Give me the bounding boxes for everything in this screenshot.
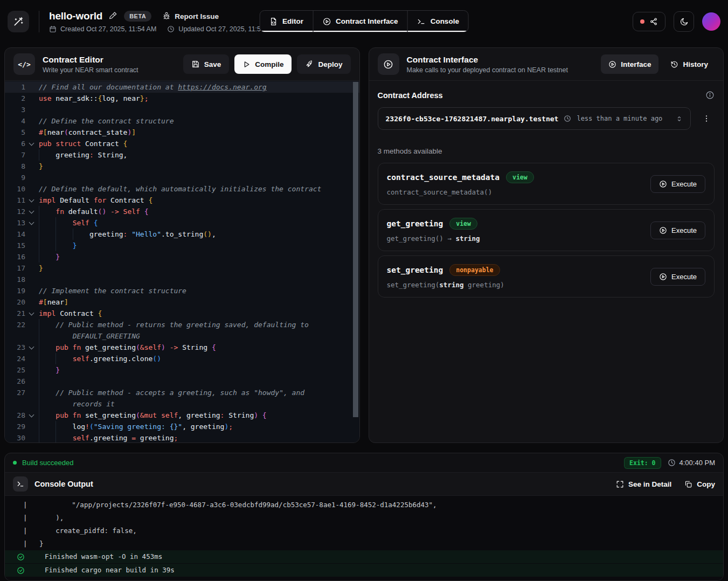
interface-subtitle: Make calls to your deployed contract on … (407, 66, 568, 74)
method-card: get_greetingviewget_greeting() → stringE… (378, 209, 715, 251)
code-line[interactable]: 2use near_sdk::{log, near}; (5, 93, 359, 104)
line-number: 3 (5, 104, 25, 115)
code-line[interactable]: 22 // Public method - returns the greeti… (5, 319, 359, 330)
code-line[interactable]: 24 self.greeting.clone() (5, 353, 359, 364)
code-line[interactable]: 26 (5, 376, 359, 387)
play-icon (242, 60, 251, 68)
method-card: set_greetingnonpayableset_greeting(strin… (378, 255, 715, 298)
save-icon (191, 60, 200, 68)
fold-gutter (25, 353, 37, 364)
contract-interface-panel: Contract Interface Make calls to your de… (369, 47, 724, 443)
code-editor[interactable]: 1// Find all our documentation at https:… (5, 81, 359, 442)
info-icon[interactable] (705, 91, 715, 100)
history-tab-button[interactable]: History (664, 54, 715, 74)
fold-chevron-icon[interactable] (25, 138, 37, 149)
play-circle-icon (659, 226, 667, 234)
method-name: contract_source_metadata (387, 173, 500, 182)
code-line[interactable]: 27 // Public method - accepts a greeting… (5, 387, 359, 398)
deploy-button[interactable]: Deploy (297, 54, 350, 74)
indent-guide (39, 251, 39, 262)
fold-chevron-icon[interactable] (25, 342, 37, 353)
code-line[interactable]: records it (5, 398, 359, 410)
console-output[interactable]: | "/app/projects/2326f07f-e950-4687-a3c6… (5, 496, 723, 580)
line-number: 6 (5, 138, 25, 149)
code-line[interactable]: 16 } (5, 251, 359, 262)
contract-address-select[interactable]: 2326f0-cb53ce-1762821487.nearplay.testne… (378, 107, 691, 130)
contract-address-value: 2326f0-cb53ce-1762821487.nearplay.testne… (386, 115, 559, 123)
execute-button[interactable]: Execute (650, 268, 705, 286)
execute-button[interactable]: Execute (650, 175, 705, 193)
code-line[interactable]: 12 fn default() -> Self { (5, 206, 359, 217)
contract-editor-panel: </> Contract Editor Write your NEAR smar… (4, 47, 360, 443)
tab-console[interactable]: Console (407, 11, 468, 32)
fold-chevron-icon[interactable] (25, 308, 37, 319)
method-signature: get_greeting() → string (387, 234, 480, 243)
code-line[interactable]: 17} (5, 262, 359, 274)
fold-gutter (25, 274, 37, 285)
code-line[interactable]: DEFAULT_GREETING (5, 330, 359, 342)
code-line[interactable]: 23 pub fn get_greeting(&self) -> String … (5, 342, 359, 353)
fold-chevron-icon[interactable] (25, 206, 37, 217)
line-number: 12 (5, 206, 25, 217)
fold-chevron-icon[interactable] (25, 217, 37, 229)
created-date: Created Oct 27, 2025, 11:54 AM (49, 25, 156, 33)
line-number (5, 330, 25, 342)
fold-gutter (25, 296, 37, 308)
play-circle-icon (608, 60, 616, 68)
edit-title-button[interactable] (109, 12, 117, 20)
code-line[interactable]: 13 Self { (5, 217, 359, 229)
code-line[interactable]: 15 } (5, 240, 359, 251)
play-circle-icon (659, 180, 667, 188)
code-line[interactable]: 5#[near(contract_state)] (5, 127, 359, 138)
interface-tab-button[interactable]: Interface (601, 54, 658, 74)
code-line[interactable]: 11impl Default for Contract { (5, 195, 359, 206)
code-file-icon (269, 17, 278, 26)
code-line[interactable]: 4// Define the contract structure (5, 115, 359, 127)
execute-button[interactable]: Execute (650, 222, 705, 239)
code-line[interactable]: 6pub struct Contract { (5, 138, 359, 149)
method-signature: contract_source_metadata() (387, 188, 534, 196)
app-logo[interactable] (8, 11, 29, 32)
code-line[interactable]: 20#[near] (5, 296, 359, 308)
code-line[interactable]: 9 (5, 172, 359, 183)
address-menu-button[interactable] (698, 109, 715, 128)
see-in-detail-button[interactable]: See in Detail (616, 480, 671, 488)
code-line[interactable]: 28 pub fn set_greeting(&mut self, greeti… (5, 410, 359, 421)
code-line[interactable]: 18 (5, 274, 359, 285)
code-line[interactable]: 21impl Contract { (5, 308, 359, 319)
fold-gutter (25, 285, 37, 296)
save-button[interactable]: Save (183, 54, 230, 74)
console-line: | ), (5, 511, 723, 524)
indent-guide (39, 353, 39, 364)
fold-gutter (25, 240, 37, 251)
method-badge: nonpayable (449, 264, 500, 276)
compile-button[interactable]: Compile (234, 54, 292, 74)
code-line[interactable]: 1// Find all our documentation at https:… (5, 81, 359, 93)
code-line[interactable]: 25 } (5, 364, 359, 376)
fold-chevron-icon[interactable] (25, 195, 37, 206)
code-line[interactable]: 30 self.greeting = greeting; (5, 432, 359, 442)
code-line[interactable]: 14 greeting: "Hello".to_string(), (5, 229, 359, 240)
report-issue-label: Report Issue (175, 12, 219, 20)
indent-guide (39, 432, 39, 442)
editor-scrollbar[interactable] (353, 82, 358, 417)
code-line[interactable]: 10// Define the default, which automatic… (5, 183, 359, 195)
user-avatar[interactable] (702, 12, 720, 31)
code-line[interactable]: 3 (5, 104, 359, 115)
report-issue-button[interactable]: Report Issue (162, 12, 219, 20)
dark-mode-toggle[interactable] (674, 11, 694, 32)
copy-button[interactable]: Copy (684, 480, 715, 488)
code-line[interactable]: 7 greeting: String, (5, 149, 359, 161)
top-header: hello-world BETA Report Issue Creat (0, 0, 728, 43)
share-button[interactable] (633, 12, 665, 31)
tab-editor[interactable]: Editor (260, 11, 313, 32)
code-line[interactable]: 29 log!("Saving greeting: {}", greeting)… (5, 421, 359, 432)
code-line[interactable]: 8} (5, 161, 359, 172)
tab-contract-interface[interactable]: Contract Interface (313, 11, 407, 32)
code-line[interactable]: 19// Implement the contract structure (5, 285, 359, 296)
exit-code-badge: Exit: 0 (624, 457, 661, 469)
method-signature: set_greeting(string greeting) (387, 281, 504, 289)
fold-chevron-icon[interactable] (25, 410, 37, 421)
indent-guide (56, 353, 56, 364)
expand-icon (616, 480, 624, 488)
